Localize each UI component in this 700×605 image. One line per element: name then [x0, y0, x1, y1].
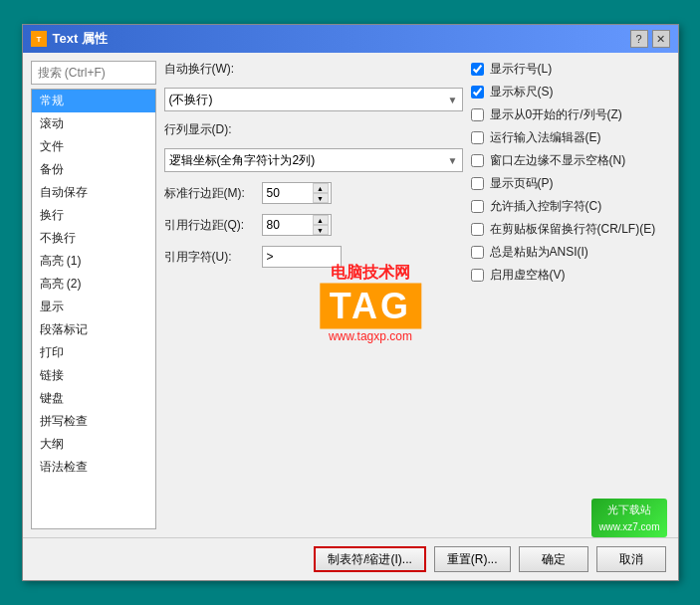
checkbox-keep-newline[interactable]: 在剪贴板保留换行符(CR/LF)(E) — [471, 221, 670, 238]
sidebar-item-keyboard[interactable]: 键盘 — [32, 387, 155, 410]
checkbox-paste-ansi-input[interactable] — [471, 246, 484, 259]
checkbox-show-line-number-label: 显示行号(L) — [490, 61, 553, 78]
line-display-dropdown[interactable]: 逻辑坐标(全角字符计为2列) ▼ — [164, 148, 463, 172]
sidebar: 常规 滚动 文件 备份 自动保存 换行 不换行 高亮 (1) 高亮 (2) 显示… — [31, 61, 156, 529]
standard-margin-down[interactable]: ▼ — [313, 193, 329, 203]
checkbox-allow-ctrl-char[interactable]: 允许插入控制字符(C) — [471, 198, 670, 215]
make-table-button[interactable]: 制表符/缩进(I)... — [314, 546, 426, 572]
sidebar-item-scroll[interactable]: 滚动 — [32, 112, 155, 135]
checkbox-virtual-space-input[interactable] — [471, 269, 484, 282]
checkbox-no-space-edge-label: 窗口左边缘不显示空格(N) — [490, 152, 626, 169]
auto-wrap-row: 自动换行(W): — [164, 61, 463, 78]
sidebar-item-highlight1[interactable]: 高亮 (1) — [32, 250, 155, 273]
checkbox-virtual-space[interactable]: 启用虚空格(V) — [471, 267, 670, 284]
app-icon: T — [31, 31, 47, 47]
checkbox-no-space-edge[interactable]: 窗口左边缘不显示空格(N) — [471, 152, 670, 169]
sidebar-item-nowrap[interactable]: 不换行 — [32, 227, 155, 250]
ok-button[interactable]: 确定 — [519, 546, 588, 572]
checkbox-run-ime-label: 运行输入法编辑器(E) — [490, 129, 601, 146]
checkbox-line-col-from0-input[interactable] — [471, 108, 484, 121]
checkbox-show-line-number-input[interactable] — [471, 63, 484, 76]
line-display-row: 行列显示(D): — [164, 121, 463, 138]
auto-wrap-dropdown[interactable]: (不换行) ▼ — [164, 88, 463, 111]
auto-wrap-arrow: ▼ — [448, 95, 458, 105]
help-button[interactable]: ? — [630, 30, 648, 48]
sidebar-item-file[interactable]: 文件 — [32, 135, 155, 158]
checkbox-show-ruler-label: 显示标尺(S) — [490, 84, 554, 101]
checkbox-keep-newline-input[interactable] — [471, 223, 484, 236]
auto-wrap-label: 自动换行(W): — [164, 61, 235, 78]
checkboxes-grid: 显示行号(L) 显示标尺(S) 显示从0开始的行/列号(Z) 运行输入法编辑器(… — [471, 61, 670, 284]
standard-margin-spinbox[interactable]: ▲ ▼ — [262, 182, 332, 204]
line-display-dropdown-row: 逻辑坐标(全角字符计为2列) ▼ — [164, 148, 463, 172]
line-display-value: 逻辑坐标(全角字符计为2列) — [169, 152, 316, 169]
checkbox-paste-ansi-label: 总是粘贴为ANSI(I) — [490, 244, 588, 261]
sidebar-item-paramark[interactable]: 段落标记 — [32, 318, 155, 341]
checkbox-show-page-code-input[interactable] — [471, 177, 484, 190]
checkbox-show-ruler-input[interactable] — [471, 86, 484, 99]
quote-margin-spinbox-btns: ▲ ▼ — [313, 215, 329, 235]
title-bar: T Text 属性 ? ✕ — [23, 25, 678, 53]
checkbox-line-col-from0[interactable]: 显示从0开始的行/列号(Z) — [471, 106, 670, 123]
checkbox-run-ime[interactable]: 运行输入法编辑器(E) — [471, 129, 670, 146]
reset-button[interactable]: 重置(R)... — [434, 546, 511, 572]
sidebar-item-display[interactable]: 显示 — [32, 296, 155, 318]
quote-margin-up[interactable]: ▲ — [313, 215, 329, 225]
checkbox-virtual-space-label: 启用虚空格(V) — [490, 267, 566, 284]
quote-char-row: 引用字符(U): — [164, 246, 463, 268]
line-display-label: 行列显示(D): — [164, 121, 232, 138]
standard-margin-row: 标准行边距(M): ▲ ▼ — [164, 182, 463, 204]
standard-margin-up[interactable]: ▲ — [313, 183, 329, 193]
sidebar-item-highlight2[interactable]: 高亮 (2) — [32, 273, 155, 296]
auto-wrap-dropdown-row: (不换行) ▼ — [164, 88, 463, 111]
quote-margin-spinbox[interactable]: ▲ ▼ — [262, 214, 332, 236]
checkbox-line-col-from0-label: 显示从0开始的行/列号(Z) — [490, 106, 622, 123]
title-bar-left: T Text 属性 — [31, 30, 108, 48]
dialog-window: T Text 属性 ? ✕ 常规 滚动 文件 备份 自动保存 — [22, 24, 679, 581]
checkbox-allow-ctrl-char-input[interactable] — [471, 200, 484, 213]
sidebar-item-wrap[interactable]: 换行 — [32, 204, 155, 227]
checkbox-paste-ansi[interactable]: 总是粘贴为ANSI(I) — [471, 244, 670, 261]
search-input[interactable] — [31, 61, 156, 85]
checkbox-show-page-code-label: 显示页码(P) — [490, 175, 554, 192]
quote-char-input[interactable] — [262, 246, 342, 268]
cancel-button[interactable]: 取消 — [596, 546, 666, 572]
checkbox-show-ruler[interactable]: 显示标尺(S) — [471, 84, 670, 101]
quote-margin-input[interactable] — [263, 215, 313, 235]
checkbox-no-space-edge-input[interactable] — [471, 154, 484, 167]
sidebar-item-general[interactable]: 常规 — [32, 90, 155, 112]
sidebar-item-print[interactable]: 打印 — [32, 341, 155, 364]
standard-margin-input[interactable] — [263, 183, 313, 203]
sidebar-item-outline[interactable]: 大纲 — [32, 433, 155, 456]
quote-margin-down[interactable]: ▼ — [313, 225, 329, 235]
checkbox-show-line-number[interactable]: 显示行号(L) — [471, 61, 670, 78]
right-options: 显示行号(L) 显示标尺(S) 显示从0开始的行/列号(Z) 运行输入法编辑器(… — [471, 61, 670, 529]
checkbox-allow-ctrl-char-label: 允许插入控制字符(C) — [490, 198, 602, 215]
checkbox-keep-newline-label: 在剪贴板保留换行符(CR/LF)(E) — [490, 221, 656, 238]
checkbox-show-page-code[interactable]: 显示页码(P) — [471, 175, 670, 192]
svg-text:T: T — [36, 35, 41, 44]
quote-char-label: 引用字符(U): — [164, 249, 254, 266]
quote-margin-row: 引用行边距(Q): ▲ ▼ — [164, 214, 463, 236]
main-content: 自动换行(W): (不换行) ▼ 行列显示(D): 逻辑坐标(全角字符计为2列)… — [164, 61, 463, 529]
sidebar-item-spellcheck[interactable]: 拼写检查 — [32, 410, 155, 433]
close-button[interactable]: ✕ — [652, 30, 670, 48]
sidebar-item-autosave[interactable]: 自动保存 — [32, 181, 155, 204]
sidebar-item-backup[interactable]: 备份 — [32, 158, 155, 181]
dialog-body: 常规 滚动 文件 备份 自动保存 换行 不换行 高亮 (1) 高亮 (2) 显示… — [23, 53, 678, 537]
nav-list: 常规 滚动 文件 备份 自动保存 换行 不换行 高亮 (1) 高亮 (2) 显示… — [31, 89, 156, 529]
dialog-title: Text 属性 — [53, 30, 108, 48]
standard-margin-spinbox-btns: ▲ ▼ — [313, 183, 329, 203]
sidebar-item-link[interactable]: 链接 — [32, 364, 155, 387]
quote-margin-label: 引用行边距(Q): — [164, 217, 254, 234]
checkbox-run-ime-input[interactable] — [471, 131, 484, 144]
line-display-arrow: ▼ — [448, 155, 458, 166]
standard-margin-label: 标准行边距(M): — [164, 185, 254, 202]
title-bar-buttons: ? ✕ — [630, 30, 670, 48]
dialog-footer: 制表符/缩进(I)... 重置(R)... 确定 取消 — [23, 537, 678, 580]
auto-wrap-value: (不换行) — [169, 92, 213, 108]
sidebar-item-grammar[interactable]: 语法检查 — [32, 456, 155, 479]
